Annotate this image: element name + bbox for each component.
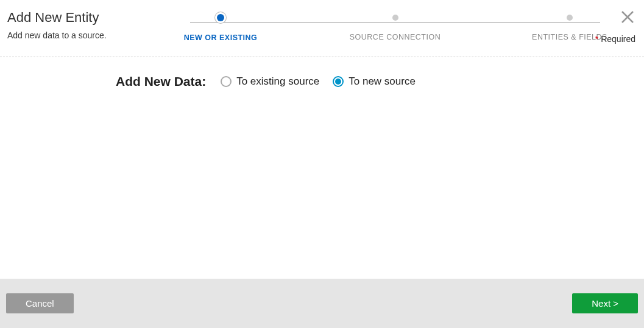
step-new-or-existing[interactable]: NEW OR EXISTING: [154, 15, 288, 42]
stepper-steps: NEW OR EXISTING SOURCE CONNECTION ENTITI…: [154, 15, 637, 42]
step-label: NEW OR EXISTING: [184, 33, 258, 42]
radio-icon: [221, 76, 232, 87]
close-icon[interactable]: [621, 10, 634, 27]
page-title: Add New Entity: [7, 10, 154, 26]
radio-label: To new source: [349, 75, 416, 88]
wizard-stepper: NEW OR EXISTING SOURCE CONNECTION ENTITI…: [154, 10, 637, 42]
x-icon: [621, 10, 634, 24]
required-indicator: * Required: [595, 34, 635, 44]
cancel-button[interactable]: Cancel: [6, 293, 74, 313]
section-label: Add New Data:: [116, 74, 206, 89]
radio-new-source[interactable]: To new source: [333, 75, 416, 88]
content-area: Add New Data: To existing source To new …: [0, 57, 644, 106]
step-source-connection[interactable]: SOURCE CONNECTION: [328, 15, 462, 42]
dialog-header: Add New Entity Add new data to a source.…: [0, 0, 644, 42]
radio-icon: [333, 76, 344, 87]
page-subtitle: Add new data to a source.: [7, 30, 154, 40]
asterisk-icon: *: [595, 34, 598, 44]
step-dot-icon: [392, 15, 398, 21]
step-dot-icon: [567, 15, 573, 21]
radio-label: To existing source: [236, 75, 319, 88]
radio-existing-source[interactable]: To existing source: [221, 75, 319, 88]
required-label: Required: [601, 34, 635, 44]
source-choice-radio-group: To existing source To new source: [221, 75, 416, 88]
dialog-footer: Cancel Next >: [0, 279, 644, 328]
step-label: SOURCE CONNECTION: [350, 33, 441, 41]
step-dot-icon: [217, 14, 224, 21]
next-button[interactable]: Next >: [572, 293, 638, 313]
title-block: Add New Entity Add new data to a source.: [7, 10, 154, 42]
